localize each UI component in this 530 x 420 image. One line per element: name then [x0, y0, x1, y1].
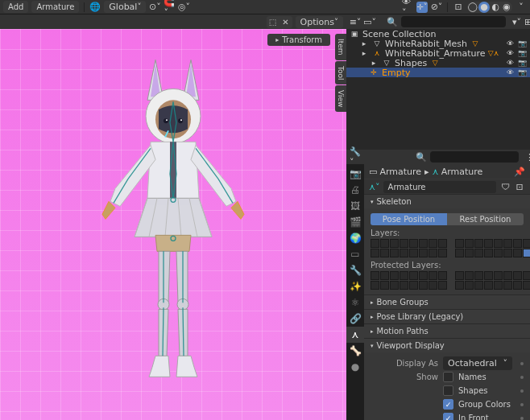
menu-armature[interactable]: Armature [31, 1, 79, 13]
anim-dot-icon[interactable] [520, 389, 524, 393]
tab-item[interactable]: Item [335, 34, 346, 60]
shading-solid-icon[interactable]: ● [478, 2, 490, 13]
overlays-icon[interactable]: ⊘˅ [431, 2, 442, 13]
panel-pose-library[interactable]: Pose Library (Legacy) [364, 310, 530, 323]
anim-dot-icon[interactable] [520, 417, 524, 420]
anim-dot-icon[interactable] [520, 362, 524, 365]
tree-scene-collection[interactable]: ▣ Scene Collection [346, 29, 530, 39]
svg-point-4 [166, 119, 168, 121]
orientation-select[interactable]: Global ˅ [104, 1, 146, 13]
expand-icon[interactable]: ▸ [359, 48, 369, 58]
properties-search[interactable] [430, 151, 519, 163]
tab-render[interactable]: 📷 [346, 166, 364, 182]
display-as-select[interactable]: Octahedral˅ [443, 356, 512, 370]
panel-bone-groups[interactable]: Bone Groups [364, 295, 530, 309]
close-icon[interactable]: ✕ [279, 16, 292, 28]
pin-icon[interactable]: 📌 [514, 166, 525, 177]
render-icon[interactable]: 📷 [517, 39, 527, 48]
tree-row[interactable]: ▸ ▽ WhiteRabbit_Mesh ▽ 👁📷 [346, 39, 530, 48]
anim-dot-icon[interactable] [520, 403, 524, 406]
eye-icon[interactable]: 👁 [505, 39, 515, 48]
tab-world[interactable]: 🌍 [346, 230, 364, 246]
tab-output[interactable]: 🖨 [346, 182, 364, 198]
props-mode-icon[interactable]: 🔧˅ [350, 151, 361, 163]
breadcrumb-data[interactable]: Armature [441, 167, 483, 177]
options-dropdown[interactable]: Options ˅ [296, 16, 343, 28]
show-label: Show [371, 373, 438, 381]
protected-layers[interactable] [371, 271, 524, 290]
outliner-mode-icon[interactable]: ≡˅ [350, 16, 361, 27]
shading-rendered-icon[interactable]: ◉ [501, 2, 512, 13]
shading-options-icon[interactable]: ˅ [516, 2, 527, 13]
render-icon[interactable]: 📷 [517, 68, 527, 77]
orientation-icon[interactable]: 🌐 [89, 2, 101, 13]
users-icon[interactable]: ⊡ [514, 181, 525, 192]
tab-view[interactable]: View [335, 85, 346, 112]
protected-layers-label: Protected Layers: [371, 261, 524, 270]
eye-icon[interactable]: 👁 [505, 68, 515, 77]
panel-motion-paths[interactable]: Motion Paths [364, 324, 530, 338]
new-collection-icon[interactable]: ⊞ [524, 16, 530, 27]
mesh-icon: ▽ [372, 39, 382, 48]
shield-icon[interactable]: 🛡 [499, 181, 511, 192]
armature-layers[interactable] [371, 239, 524, 257]
shading-wireframe-icon[interactable]: ◯ [467, 2, 478, 13]
shading-material-icon[interactable]: ◐ [490, 2, 501, 13]
tab-particles[interactable]: ✨ [346, 278, 364, 294]
eye-icon[interactable]: 👁 [505, 48, 515, 58]
eye-icon[interactable]: 👁 [505, 58, 515, 68]
shapes-checkbox[interactable] [443, 385, 453, 396]
expand-icon[interactable]: ▸ [369, 58, 379, 68]
select-icon[interactable]: ⬚ [267, 16, 279, 28]
transform-panel-header[interactable]: Transform [267, 34, 330, 46]
viewport-header-icons: ⬚ ✕ [267, 16, 292, 28]
tab-material[interactable]: ● [346, 359, 364, 375]
panel-skeleton[interactable]: Skeleton [364, 195, 530, 208]
rest-position-button[interactable]: Rest Position [447, 213, 524, 225]
snap-icon[interactable]: 🧲˅ [164, 2, 175, 13]
tree-row-selected[interactable]: ✛ Empty 👁📷 [346, 68, 530, 77]
gizmo-icon[interactable]: ✛˅ [416, 2, 428, 13]
mesh-data-icon: ▽⋏ [489, 48, 499, 58]
pivot-icon[interactable]: ⊙˅ [149, 2, 160, 13]
anim-dot-icon[interactable] [520, 376, 524, 379]
datablock-row: ⋏˅ Armature 🛡 ⊡ [364, 179, 530, 194]
tab-constraints[interactable]: 🔗 [346, 311, 364, 327]
tab-scene[interactable]: 🎬 [346, 214, 364, 230]
outliner-search[interactable] [401, 16, 506, 27]
tab-object[interactable]: ▭ [346, 246, 364, 262]
layers-label: Layers: [371, 229, 524, 237]
props-options-icon[interactable]: ⋮ [525, 151, 530, 163]
mesh-icon: ▽ [382, 58, 391, 68]
pose-position-button[interactable]: Pose Position [371, 213, 447, 225]
xray-icon[interactable]: ⊡ [453, 2, 464, 13]
shapes-label: Shapes [458, 386, 512, 395]
render-icon[interactable]: 📷 [517, 48, 527, 58]
3d-viewport[interactable]: Transform Item Tool View [0, 29, 346, 420]
tab-tool[interactable]: Tool [335, 61, 346, 84]
tree-row[interactable]: ▸ ▽ Shapes ▽ 👁📷 [346, 58, 530, 68]
tab-viewlayer[interactable]: 🖼 [346, 198, 364, 214]
panel-viewport-display[interactable]: Viewport Display [364, 339, 530, 352]
tab-armature-data[interactable]: ⋏ [346, 327, 364, 343]
tab-physics[interactable]: ⚛ [346, 294, 364, 311]
visibility-icon[interactable]: 👁˅ [402, 2, 413, 13]
menu-add[interactable]: Add [3, 1, 28, 13]
datablock-name[interactable]: Armature [383, 181, 496, 193]
outliner-header: ≡˅ ▭˅ 🔍 ▾˅ ⊞ [346, 14, 530, 29]
group-colors-checkbox[interactable] [443, 399, 453, 410]
outliner-tree[interactable]: ▣ Scene Collection ▸ ▽ WhiteRabbit_Mesh … [346, 29, 530, 150]
expand-icon[interactable]: ▸ [359, 39, 369, 48]
in-front-checkbox[interactable] [443, 413, 453, 420]
tab-modifiers[interactable]: 🔧 [346, 262, 364, 278]
mesh-data-icon: ▽ [430, 58, 440, 68]
display-mode-icon[interactable]: ▭˅ [364, 16, 375, 27]
names-checkbox[interactable] [443, 372, 453, 382]
tab-bone[interactable]: 🦴 [346, 343, 364, 359]
proportional-icon[interactable]: ◎˅ [178, 2, 189, 13]
render-icon[interactable]: 📷 [517, 58, 527, 68]
tree-row[interactable]: ▸ ⋏ WhiteRabbit_Armature ▽⋏ 👁📷 [346, 48, 530, 58]
filter-icon[interactable]: ▾˅ [512, 16, 521, 27]
shading-modes: ◯ ● ◐ ◉ [467, 2, 512, 13]
breadcrumb-object[interactable]: Armature [379, 167, 421, 177]
